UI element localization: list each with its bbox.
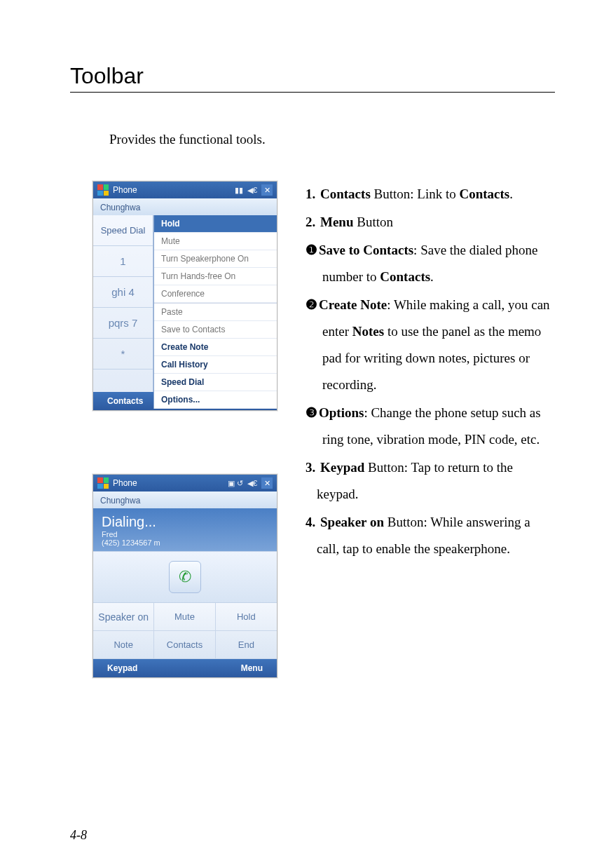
call-actions-grid: Speaker on Mute Hold Note Contacts End	[93, 603, 277, 659]
close-icon: ✕	[261, 477, 273, 489]
description-list: 1. Contacts Button: Link to Contacts. 2.…	[306, 181, 555, 564]
bold: Speaker on	[320, 515, 384, 529]
sub-save-to-contacts: ❶Save to Contacts: Save the dialed phone…	[306, 237, 555, 290]
popup-menu: Hold Mute Turn Speakerphone On Turn Hand…	[153, 215, 277, 409]
dialing-label: Dialing...	[102, 514, 268, 530]
menu-conference: Conference	[154, 285, 277, 303]
text: Button	[354, 215, 393, 229]
softkey-bar: Keypad Menu	[93, 659, 277, 677]
call-icon: ✆	[169, 561, 201, 593]
sub-options: ❸Options: Change the phone setup such as…	[306, 400, 555, 453]
windows-icon	[97, 184, 109, 196]
btn-mute: Mute	[154, 603, 215, 631]
menu-options: Options...	[154, 391, 277, 409]
screenshot-dialing: Phone ▣ ↺ ◀€ ✕ Chunghwa Dialing... Fred …	[92, 474, 277, 678]
text: Button: Link to	[371, 187, 460, 201]
circled-number-icon: ❶	[306, 243, 317, 257]
menu-call-history: Call History	[154, 356, 277, 374]
app-title: Phone	[113, 185, 137, 195]
list-number: 3.	[306, 460, 315, 475]
bold: Notes	[352, 324, 384, 339]
bold: Save to Contacts	[319, 243, 413, 257]
btn-end: End	[216, 631, 277, 659]
key-4: ghi 4	[93, 277, 153, 308]
status-icon: ▣ ↺	[228, 479, 243, 488]
carrier-label: Chunghwa	[93, 198, 277, 215]
titlebar: Phone ▣ ↺ ◀€ ✕	[93, 475, 277, 491]
call-info: Dialing... Fred (425) 1234567 m	[93, 508, 277, 551]
list-number: 2.	[306, 215, 315, 229]
volume-icon: ◀€	[247, 186, 257, 195]
item-keypad-button: 3. Keypad Button: Tap to return to the k…	[306, 454, 555, 508]
menu-hold: Hold	[154, 215, 277, 233]
bold: Menu	[320, 215, 354, 229]
list-number: 4.	[306, 515, 315, 529]
bold: Create Note	[319, 297, 387, 312]
carrier-label: Chunghwa	[93, 491, 277, 508]
softkey-menu: Menu	[241, 663, 263, 673]
bold: Contacts	[459, 187, 509, 201]
close-icon: ✕	[261, 184, 273, 196]
app-title: Phone	[113, 478, 137, 488]
menu-paste: Paste	[154, 303, 277, 321]
page-number: 4-8	[70, 828, 87, 843]
softkey-keypad: Keypad	[107, 663, 137, 673]
text: .	[509, 187, 513, 201]
screenshot-phone-menu: Phone ▮▮ ◀€ ✕ Chunghwa Speed Dial 1 ghi …	[92, 181, 277, 411]
text: .	[430, 269, 434, 284]
keypad-column: Speed Dial 1 ghi 4 pqrs 7 *	[93, 215, 153, 392]
key-7: pqrs 7	[93, 308, 153, 339]
speed-dial-label: Speed Dial	[93, 215, 153, 246]
bold: Contacts	[380, 269, 430, 284]
btn-hold: Hold	[216, 603, 277, 631]
btn-note: Note	[93, 631, 154, 659]
menu-speakerphone: Turn Speakerphone On	[154, 250, 277, 268]
sub-create-note: ❷Create Note: While making a call, you c…	[306, 292, 555, 398]
bold: Options	[319, 405, 364, 420]
signal-icon: ▮▮	[235, 186, 243, 195]
menu-save-contacts: Save to Contacts	[154, 321, 277, 339]
item-speaker-on-button: 4. Speaker on Button: While answering a …	[306, 509, 555, 562]
screenshots-column: Phone ▮▮ ◀€ ✕ Chunghwa Speed Dial 1 ghi …	[92, 181, 277, 678]
item-menu-button: 2. Menu Button	[306, 209, 555, 236]
key-star: *	[93, 339, 153, 369]
volume-icon: ◀€	[247, 479, 257, 488]
btn-speaker-on: Speaker on	[93, 603, 154, 631]
menu-speed-dial: Speed Dial	[154, 374, 277, 391]
circled-number-icon: ❷	[306, 297, 317, 312]
bold: Keypad	[320, 460, 364, 475]
softkey-contacts: Contacts	[107, 396, 143, 406]
contact-number: (425) 1234567 m	[102, 538, 268, 547]
btn-contacts: Contacts	[154, 631, 215, 659]
intro-text: Provides the functional tools.	[109, 132, 555, 147]
list-number: 1.	[306, 187, 315, 201]
titlebar: Phone ▮▮ ◀€ ✕	[93, 182, 277, 198]
circled-number-icon: ❸	[306, 405, 317, 420]
contact-name: Fred	[102, 530, 268, 538]
menu-create-note: Create Note	[154, 339, 277, 356]
menu-mute: Mute	[154, 233, 277, 250]
page-title: Toolbar	[70, 63, 555, 93]
bold: Contacts	[320, 187, 371, 201]
call-button-area: ✆	[93, 551, 277, 603]
menu-handsfree: Turn Hands-free On	[154, 268, 277, 285]
item-contacts-button: 1. Contacts Button: Link to Contacts.	[306, 181, 555, 208]
windows-icon	[97, 477, 109, 489]
key-1: 1	[93, 246, 153, 277]
